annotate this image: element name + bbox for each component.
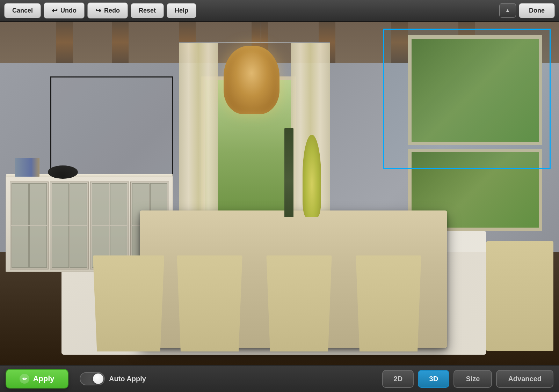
- apply-icon: ✏: [20, 374, 29, 384]
- bottom-toolbar: ✏ Apply Auto Apply 2D 3D Size Advanced: [0, 365, 559, 392]
- help-label: Help: [175, 7, 188, 14]
- help-button[interactable]: Help: [167, 3, 196, 18]
- advanced-label: Advanced: [508, 375, 542, 383]
- chandelier: [224, 46, 280, 114]
- chair-front-center-right: [266, 256, 332, 352]
- wine-bottle: [284, 128, 293, 217]
- chair-front-left: [93, 256, 164, 352]
- redo-label: Redo: [104, 7, 120, 14]
- redo-button[interactable]: ↪ Redo: [87, 2, 128, 19]
- chair-far-right: [486, 241, 553, 351]
- ceiling-beam: [112, 22, 129, 63]
- cancel-label: Cancel: [12, 7, 33, 14]
- auto-apply-container: Auto Apply: [80, 372, 146, 385]
- scene-background: [0, 22, 559, 365]
- collapse-icon: ▲: [505, 7, 510, 14]
- chandelier-chain: [261, 22, 261, 49]
- ceiling-beam: [391, 22, 408, 63]
- btn-2d-label: 2D: [394, 375, 403, 383]
- btn-3d[interactable]: 3D: [418, 370, 449, 388]
- cancel-button[interactable]: Cancel: [4, 3, 41, 18]
- ceiling-beam: [56, 22, 73, 63]
- reset-button[interactable]: Reset: [131, 3, 164, 18]
- room-scene[interactable]: [0, 22, 559, 365]
- right-window-top[interactable]: [408, 35, 542, 145]
- reset-label: Reset: [139, 7, 156, 14]
- apply-button[interactable]: ✏ Apply: [6, 369, 68, 389]
- curtain-rod: [179, 42, 330, 43]
- advanced-button[interactable]: Advanced: [496, 370, 553, 388]
- undo-icon: ↩: [52, 6, 58, 15]
- chair-front-center-left: [177, 256, 242, 352]
- done-label: Done: [529, 7, 545, 14]
- auto-apply-toggle[interactable]: [80, 372, 105, 385]
- toggle-knob: [93, 373, 103, 384]
- auto-apply-label: Auto Apply: [109, 375, 146, 383]
- chair-front-right: [356, 256, 421, 352]
- flower-vase: [303, 135, 321, 217]
- btn-2d[interactable]: 2D: [382, 370, 414, 388]
- top-toolbar: Cancel ↩ Undo ↪ Redo Reset Help ▲ Done: [0, 0, 559, 22]
- redo-icon: ↪: [95, 6, 101, 15]
- done-button[interactable]: Done: [519, 3, 555, 18]
- undo-label: Undo: [60, 7, 77, 14]
- btn-3d-label: 3D: [429, 375, 438, 383]
- undo-button[interactable]: ↩ Undo: [44, 2, 85, 19]
- fruit-bowl: [48, 165, 78, 179]
- apply-label: Apply: [33, 374, 54, 383]
- books-decoration: [15, 158, 39, 177]
- size-button[interactable]: Size: [453, 370, 492, 388]
- size-label: Size: [466, 375, 480, 383]
- collapse-button[interactable]: ▲: [499, 3, 516, 18]
